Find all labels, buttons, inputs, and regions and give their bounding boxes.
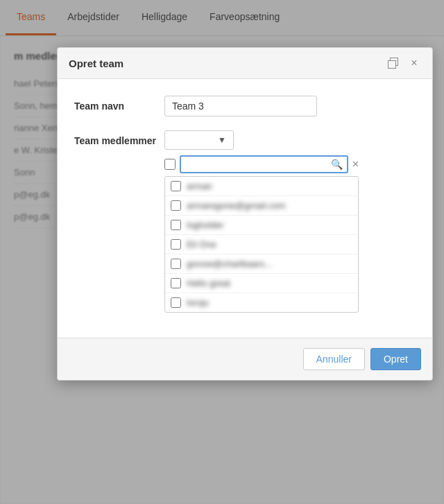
modal-title: Opret team (69, 58, 123, 69)
team-members-label: Team medlemmer (74, 130, 164, 148)
list-item-text: armaregone@gmail.com (187, 200, 352, 211)
search-input-wrap: 🔍 (180, 155, 348, 173)
select-all-checkbox[interactable] (164, 159, 176, 170)
expand-icon[interactable] (386, 56, 400, 70)
list-item-checkbox[interactable] (171, 259, 181, 269)
list-item-text: gonow@charlbaars... (187, 259, 352, 269)
modal-body: Team navn Team medlemmer ▼ (58, 79, 432, 338)
list-item[interactable]: logholder (165, 216, 358, 235)
modal-footer: Annuller Opret (58, 338, 432, 380)
team-members-dropdown[interactable]: ▼ (164, 130, 234, 150)
list-item-text: loroju (187, 297, 352, 308)
chevron-down-icon: ▼ (218, 135, 226, 145)
team-name-control (164, 96, 416, 116)
modal-header: Opret team × (58, 48, 432, 79)
multiselect-container: 🔍 × arman armaregone@gmail.com (164, 155, 359, 313)
list-item[interactable]: armaregone@gmail.com (165, 196, 358, 216)
list-item[interactable]: loroju (165, 293, 358, 312)
team-name-row: Team navn (74, 96, 416, 116)
list-item-text: arman (187, 181, 352, 191)
list-item-checkbox[interactable] (171, 200, 181, 211)
list-item-checkbox[interactable] (171, 278, 181, 288)
list-item[interactable]: arman (165, 177, 358, 196)
modal-header-icons: × (386, 56, 421, 70)
search-icon: 🔍 (331, 159, 343, 170)
list-item[interactable]: gonow@charlbaars... (165, 254, 358, 274)
list-item-checkbox[interactable] (171, 220, 181, 230)
members-list[interactable]: arman armaregone@gmail.com logholder (164, 176, 359, 313)
team-name-input[interactable] (164, 96, 317, 116)
team-members-control: ▼ 🔍 × (164, 130, 416, 313)
list-item-checkbox[interactable] (171, 297, 181, 308)
search-row: 🔍 × (164, 155, 359, 173)
member-search-input[interactable] (185, 159, 331, 170)
list-item-text: Hello great (187, 278, 352, 288)
list-item-text: Eli One (187, 239, 352, 250)
list-item-checkbox[interactable] (171, 181, 181, 191)
team-members-row: Team medlemmer ▼ 🔍 × (74, 130, 416, 313)
close-button[interactable]: × (407, 56, 421, 70)
list-item[interactable]: Hello great (165, 274, 358, 293)
search-clear-button[interactable]: × (352, 159, 359, 170)
create-team-modal: Opret team × Team navn Team medlemmer (57, 47, 433, 381)
list-item-text: logholder (187, 220, 352, 230)
cancel-button[interactable]: Annuller (303, 348, 365, 370)
team-name-label: Team navn (74, 96, 164, 114)
submit-button[interactable]: Opret (370, 348, 421, 370)
list-item-checkbox[interactable] (171, 239, 181, 250)
list-item[interactable]: Eli One (165, 235, 358, 254)
